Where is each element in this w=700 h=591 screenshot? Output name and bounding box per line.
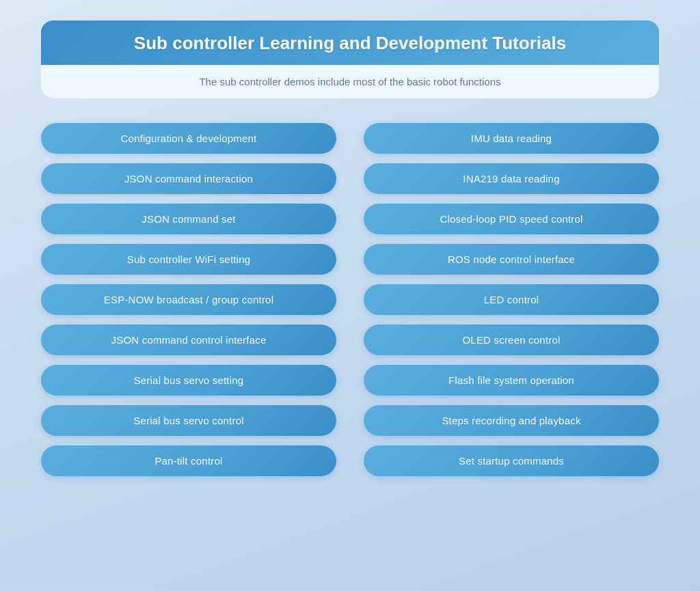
right-button-3[interactable]: ROS node control interface: [364, 244, 659, 275]
left-button-8[interactable]: Pan-tilt control: [41, 445, 336, 476]
left-button-6[interactable]: Serial bus servo setting: [41, 365, 336, 396]
left-button-5[interactable]: JSON command control interface: [41, 325, 336, 355]
header-subtitle: The sub controller demos include most of…: [41, 65, 659, 98]
header-title-bar: Sub controller Learning and Development …: [41, 20, 659, 65]
right-button-2[interactable]: Closed-loop PID speed control: [364, 204, 659, 234]
right-button-5[interactable]: OLED screen control: [364, 325, 659, 355]
header-card: Sub controller Learning and Development …: [41, 20, 659, 98]
right-button-1[interactable]: INA219 data reading: [364, 163, 659, 194]
right-button-6[interactable]: Flash file system operation: [364, 365, 659, 396]
right-button-7[interactable]: Steps recording and playback: [364, 405, 659, 436]
button-grid: Configuration & developmentIMU data read…: [41, 123, 659, 476]
left-button-0[interactable]: Configuration & development: [41, 123, 336, 154]
left-button-1[interactable]: JSON command interaction: [41, 163, 336, 194]
page-title: Sub controller Learning and Development …: [55, 33, 645, 54]
left-button-3[interactable]: Sub controller WiFi setting: [41, 244, 336, 275]
right-button-4[interactable]: LED control: [364, 284, 659, 315]
right-button-8[interactable]: Set startup commands: [364, 445, 659, 476]
subtitle-text: The sub controller demos include most of…: [55, 76, 645, 87]
right-button-0[interactable]: IMU data reading: [364, 123, 659, 154]
left-button-4[interactable]: ESP-NOW broadcast / group control: [41, 284, 336, 315]
left-button-7[interactable]: Serial bus servo control: [41, 405, 336, 436]
left-button-2[interactable]: JSON command set: [41, 204, 336, 234]
